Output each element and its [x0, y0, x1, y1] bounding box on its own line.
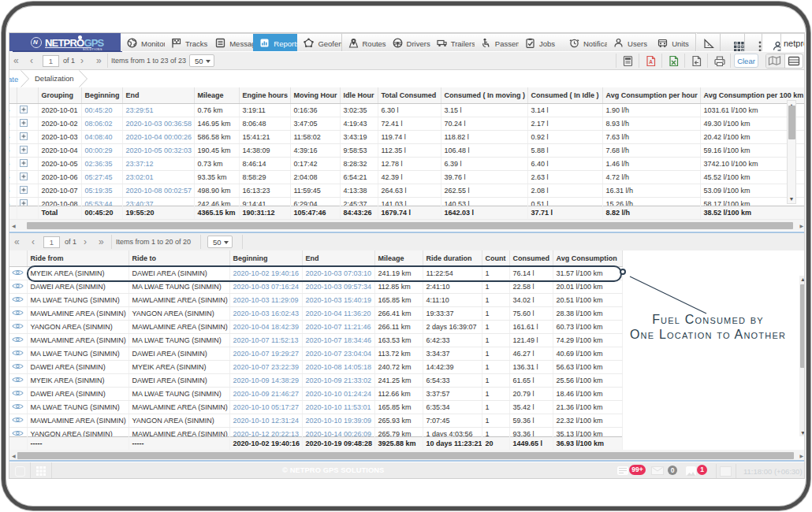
- svg-text:A: A: [649, 59, 653, 65]
